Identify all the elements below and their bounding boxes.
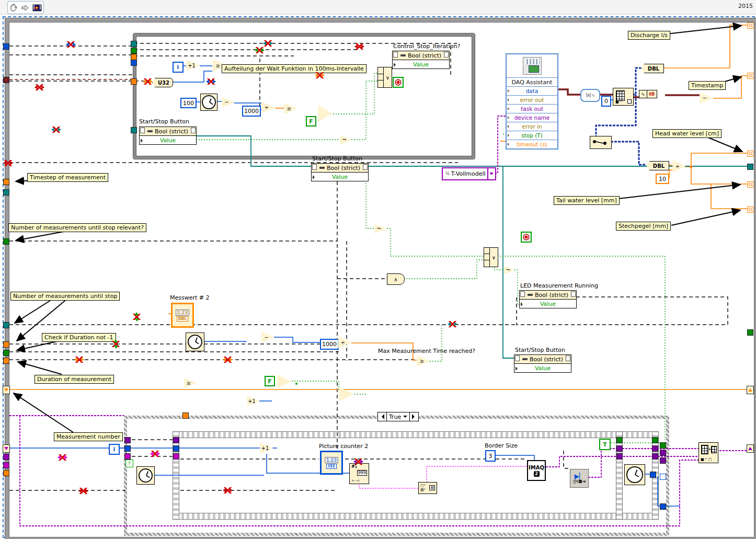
tunnel[interactable] [3, 238, 9, 245]
broken-wire-icon[interactable] [316, 72, 324, 78]
tunnel[interactable] [131, 48, 137, 54]
free-label-n-meas-stop: Number of measurements until stop [10, 292, 120, 301]
tunnel[interactable] [173, 437, 179, 443]
tunnel[interactable] [660, 450, 666, 456]
shift-register-right-orange[interactable] [747, 386, 754, 394]
broken-wire-icon[interactable] [75, 357, 83, 363]
tunnel[interactable] [124, 445, 131, 452]
tunnel[interactable] [3, 189, 9, 196]
shift-register-left-2[interactable] [3, 444, 10, 453]
tunnel-head-water[interactable]: [] [747, 151, 753, 157]
tunnel[interactable] [3, 462, 9, 468]
tunnel[interactable] [652, 453, 658, 460]
broken-wire-icon[interactable] [207, 78, 215, 85]
tunnel[interactable] [3, 350, 9, 356]
free-label-aufteilung: Aufteilung der Wait Funktion in 100ms-In… [222, 64, 366, 73]
free-label-discharge: Discharge l/s [628, 31, 670, 40]
tunnel-discharge[interactable]: [] [747, 22, 753, 29]
shift-register-right-purple[interactable] [747, 444, 754, 453]
label-start-stop-2: Start/Stop Button [312, 155, 362, 162]
tunnel[interactable] [3, 454, 9, 460]
broken-wire-icon[interactable] [36, 84, 43, 90]
tunnel[interactable] [182, 412, 189, 419]
broken-wire-icon[interactable] [4, 160, 12, 166]
free-label-tail-water: Tail water level [mm] [554, 196, 620, 205]
tunnel[interactable] [660, 457, 666, 464]
free-label-meas-number: Measurement number [54, 432, 123, 441]
free-label-duration: Duration of measurement [35, 375, 114, 384]
label-led-running: LED Measurement Running [520, 282, 598, 289]
tunnel[interactable] [3, 341, 9, 348]
tunnel[interactable] [616, 453, 623, 460]
tunnel[interactable] [652, 437, 658, 443]
tunnel[interactable] [652, 445, 658, 452]
tunnel[interactable] [3, 179, 9, 185]
free-label-timestep: Timestep of measurement [27, 173, 108, 182]
label-max-time: Max Measurement Time reached? [378, 348, 475, 354]
broken-wire-icon[interactable] [354, 458, 362, 465]
tunnel[interactable] [660, 503, 666, 510]
tunnel-tail-water[interactable]: [] [747, 181, 753, 188]
broken-wire-icon[interactable] [144, 78, 152, 85]
free-label-check-duration: Check if Duration not -1 [42, 333, 116, 342]
label-messwert: Messwert # 2 [170, 294, 210, 301]
broken-wire-icon[interactable] [224, 357, 232, 363]
free-label-stechpegel: Stechpegel [mm] [616, 222, 671, 231]
label-picture-counter: Picture counter 2 [319, 443, 368, 450]
tunnel[interactable] [124, 437, 131, 443]
label-start-stop-3: Start/Stop Button [515, 347, 565, 353]
tunnel[interactable] [124, 453, 131, 460]
broken-wire-icon[interactable] [151, 451, 159, 457]
broken-wire-icon[interactable] [52, 127, 60, 133]
broken-wire-icon[interactable] [264, 40, 272, 47]
tunnel[interactable] [3, 43, 9, 50]
tunnel[interactable] [616, 437, 623, 443]
tunnel[interactable] [131, 60, 137, 66]
labview-block-diagram: 2015 True [0, 0, 756, 539]
tunnel[interactable] [173, 445, 179, 452]
shift-register-left[interactable] [3, 386, 10, 394]
free-label-head-water: Head water level [cm] [652, 129, 721, 138]
tunnel[interactable] [131, 78, 137, 85]
tunnel[interactable] [3, 358, 9, 364]
broken-wire-icon[interactable] [67, 41, 75, 48]
tunnel[interactable] [173, 453, 179, 460]
tunnel[interactable] [660, 442, 666, 449]
tunnel[interactable] [660, 474, 666, 480]
broken-wire-icon[interactable] [224, 487, 232, 494]
tunnel-timestamp[interactable]: [] [747, 73, 753, 79]
broken-wire-icon[interactable] [59, 454, 66, 461]
free-label-n-meas-relevant: Number of measurements until stop releva… [8, 223, 146, 232]
broken-wire-icon[interactable] [256, 47, 264, 53]
tunnel[interactable] [3, 77, 9, 83]
broken-wire-icon[interactable] [356, 43, 363, 50]
tunnel[interactable] [616, 445, 623, 452]
tunnel[interactable] [3, 322, 9, 328]
tunnel[interactable] [131, 41, 137, 47]
label-border-size: Border Size [485, 442, 518, 449]
broken-wire-icon[interactable] [112, 341, 120, 347]
broken-wire-icon[interactable] [133, 314, 141, 320]
tunnel[interactable] [747, 329, 753, 336]
conditional-tunnel-icon: ? [125, 460, 133, 467]
tunnel[interactable] [650, 472, 656, 478]
tunnel[interactable] [747, 164, 753, 170]
label-control-stop: Control_Stop_Iteration? [393, 43, 460, 50]
label-start-stop-1: Start/Stop Button [139, 118, 189, 125]
tunnel[interactable] [3, 470, 9, 476]
tunnel-stechpegel[interactable]: [] [747, 207, 753, 213]
annotation-arrows [0, 0, 756, 539]
broken-wire-icon[interactable] [449, 321, 456, 327]
broken-wire-icon[interactable] [79, 488, 87, 494]
tunnel[interactable] [131, 127, 137, 133]
free-label-timestamp: Timestamp [689, 81, 726, 90]
